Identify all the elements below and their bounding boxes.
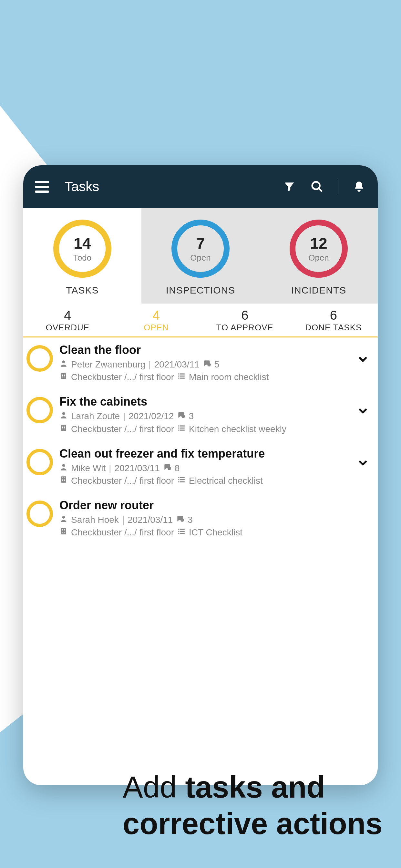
task-list: Clean the floor Peter Zwanenburg | 2021/… [23, 337, 378, 545]
summary-tabs: 14 Todo TASKS 7 Open INSPECTIONS 12 Open… [23, 208, 378, 304]
chevron-down-icon[interactable] [356, 456, 370, 470]
svg-rect-9 [62, 376, 63, 377]
svg-rect-52 [62, 531, 63, 531]
person-icon [59, 410, 68, 423]
svg-rect-29 [180, 427, 185, 428]
svg-rect-55 [64, 532, 65, 532]
task-title: Clean the floor [59, 343, 349, 357]
task-status-circle[interactable] [27, 449, 53, 475]
task-path-row: Checkbuster /.../ first floor Main room … [59, 371, 349, 383]
bell-icon[interactable] [352, 180, 366, 194]
task-path: Checkbuster /.../ first floor [71, 423, 174, 435]
svg-rect-11 [178, 374, 179, 375]
task-item[interactable]: Clean the floor Peter Zwanenburg | 2021/… [23, 337, 378, 389]
header-divider [338, 179, 338, 194]
svg-point-0 [312, 182, 320, 189]
svg-rect-15 [178, 378, 179, 379]
building-icon [59, 371, 68, 383]
person-icon [59, 462, 68, 474]
comments-icon [177, 410, 185, 423]
filter-count: 4 [112, 308, 201, 322]
svg-rect-53 [64, 531, 65, 531]
task-assignee: Mike Wit [71, 462, 105, 474]
task-comments: 3 [188, 514, 193, 526]
svg-point-33 [167, 467, 171, 470]
task-date: 2021/02/12 [128, 410, 174, 423]
filter-tab-open[interactable]: 4 OPEN [112, 304, 201, 337]
svg-rect-5 [62, 374, 63, 375]
promo-text: Add tasks and corrective actions [123, 769, 382, 842]
menu-icon[interactable] [35, 181, 49, 193]
svg-line-1 [319, 188, 322, 191]
svg-rect-10 [64, 376, 65, 377]
chevron-down-icon[interactable] [356, 352, 370, 367]
svg-rect-60 [178, 533, 179, 534]
svg-rect-34 [61, 476, 66, 483]
svg-rect-4 [61, 373, 66, 379]
svg-rect-27 [180, 425, 185, 426]
svg-rect-46 [180, 481, 185, 482]
svg-rect-16 [180, 378, 185, 379]
filter-tab-overdue[interactable]: 4 OVERDUE [23, 304, 112, 337]
svg-rect-50 [62, 529, 63, 530]
task-checklist: ICT Checklist [189, 526, 243, 538]
person-icon [59, 358, 68, 371]
comments-icon [163, 462, 172, 474]
task-path: Checkbuster /.../ first floor [71, 526, 174, 538]
svg-point-48 [181, 518, 184, 522]
chevron-down-icon[interactable] [356, 404, 370, 418]
svg-point-18 [182, 414, 185, 418]
svg-rect-12 [180, 374, 185, 375]
task-path-row: Checkbuster /.../ first floor Kitchen ch… [59, 423, 349, 435]
svg-rect-41 [178, 477, 179, 478]
task-status-circle[interactable] [27, 397, 53, 423]
app-header: Tasks [23, 165, 378, 208]
svg-rect-28 [178, 427, 179, 428]
task-item[interactable]: Fix the cabinets Larah Zoute | 2021/02/1… [23, 389, 378, 441]
svg-rect-21 [64, 426, 65, 426]
filter-tab-done-tasks[interactable]: 6 DONE TASKS [289, 304, 378, 337]
summary-tab-tasks[interactable]: 14 Todo TASKS [23, 208, 142, 304]
phone-frame: Tasks 14 Todo TASKS 7 Open INSPECTIONS [23, 165, 378, 785]
task-meta: Peter Zwanenburg | 2021/03/11 5 [59, 358, 349, 371]
search-icon[interactable] [310, 180, 324, 194]
task-comments: 3 [189, 410, 194, 423]
summary-tab-incidents[interactable]: 12 Open INCIDENTS [259, 208, 378, 304]
svg-rect-42 [180, 477, 185, 478]
task-comments: 5 [214, 358, 220, 371]
filter-tab-to-approve[interactable]: 6 TO APPROVE [201, 304, 289, 337]
header-title: Tasks [65, 179, 282, 194]
svg-rect-43 [178, 479, 179, 480]
task-assignee: Sarah Hoek [71, 514, 119, 526]
svg-rect-51 [64, 529, 65, 530]
svg-rect-25 [64, 429, 65, 429]
summary-count: 7 [196, 235, 205, 252]
summary-ring: 7 Open [172, 220, 229, 278]
filter-icon[interactable] [282, 180, 297, 194]
summary-ring: 12 Open [289, 220, 348, 278]
svg-point-32 [62, 464, 65, 467]
task-meta: Larah Zoute | 2021/02/12 3 [59, 410, 349, 423]
task-status-circle[interactable] [27, 345, 53, 372]
task-path: Checkbuster /.../ first floor [71, 371, 174, 383]
summary-title: INSPECTIONS [166, 285, 235, 296]
svg-rect-8 [64, 375, 65, 376]
svg-rect-58 [178, 531, 179, 532]
task-item[interactable]: Order new router Sarah Hoek | 2021/03/11… [23, 493, 378, 545]
task-status-circle[interactable] [27, 500, 53, 527]
summary-tab-inspections[interactable]: 7 Open INSPECTIONS [142, 208, 259, 304]
task-path-row: Checkbuster /.../ first floor ICT Checkl… [59, 526, 370, 538]
summary-status: Open [308, 253, 329, 263]
summary-title: TASKS [66, 285, 98, 296]
task-content: Clean out freezer and fix temperature Mi… [59, 447, 349, 487]
svg-rect-36 [64, 477, 65, 478]
task-content: Fix the cabinets Larah Zoute | 2021/02/1… [59, 395, 349, 435]
task-title: Order new router [59, 499, 370, 512]
task-date: 2021/03/11 [115, 462, 160, 474]
svg-point-3 [207, 363, 211, 367]
summary-status: Todo [73, 253, 91, 263]
svg-rect-38 [64, 479, 65, 479]
svg-rect-37 [62, 479, 63, 479]
header-actions [282, 179, 366, 194]
task-item[interactable]: Clean out freezer and fix temperature Mi… [23, 441, 378, 493]
